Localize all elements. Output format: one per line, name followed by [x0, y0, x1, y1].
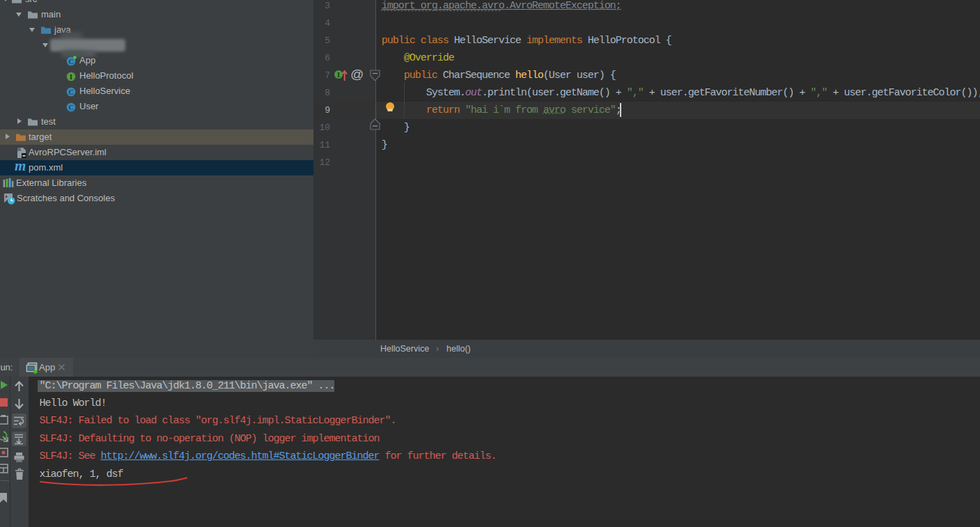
svg-text:C: C	[68, 88, 73, 96]
svg-text:C: C	[68, 104, 73, 111]
svg-text:C: C	[68, 58, 73, 65]
svg-text:m: m	[15, 161, 26, 173]
svg-text:I: I	[337, 71, 340, 79]
svg-text:I: I	[70, 73, 72, 81]
